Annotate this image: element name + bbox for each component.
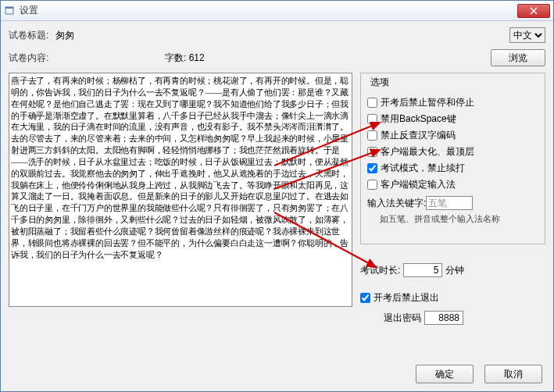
ime-keyword-label: 输入法关键字:	[367, 197, 426, 210]
options-legend: 选项	[367, 77, 392, 87]
exit-password-label: 退出密码	[384, 312, 421, 325]
ime-keyword-input[interactable]	[426, 196, 473, 210]
opt-maximize-topmost-label: 客户端最大化、最顶层	[381, 145, 474, 159]
opt-disable-hanzi-lookup[interactable]	[367, 130, 377, 141]
language-select[interactable]: 中文	[509, 27, 545, 43]
duration-unit: 分钟	[445, 264, 464, 277]
title-input[interactable]	[55, 30, 274, 41]
opt-disable-exit[interactable]	[360, 293, 370, 303]
content-label: 试卷内容:	[9, 52, 55, 65]
opt-disable-backspace-label: 禁用BackSpace键	[381, 112, 456, 126]
opt-disable-pause-label: 开考后禁止暂停和停止	[381, 96, 474, 109]
app-icon	[4, 5, 16, 17]
ok-button[interactable]: 确定	[416, 365, 474, 383]
duration-input[interactable]	[403, 263, 442, 277]
opt-maximize-topmost[interactable]	[367, 147, 377, 157]
ime-hint: 如五笔、拼音或整个输入法名称	[380, 213, 538, 225]
browse-button[interactable]: 浏览	[491, 49, 545, 66]
opt-disable-pause[interactable]	[367, 98, 377, 108]
options-fieldset: 选项 开考后禁止暂停和停止 禁用BackSpace键 禁止反查汉字编码 客户端最…	[360, 73, 545, 244]
opt-disable-backspace[interactable]	[367, 114, 377, 124]
title-label: 试卷标题:	[9, 29, 55, 42]
svg-rect-1	[5, 7, 13, 9]
opt-disable-exit-label: 开考后禁止退出	[374, 291, 439, 305]
duration-label: 考试时长:	[360, 264, 400, 277]
close-icon	[530, 7, 538, 15]
content-textarea[interactable]: 燕子去了，有再来的时候；杨柳枯了，有再青的时候；桃花谢了，有再开的时候。但是，聪…	[9, 73, 352, 307]
window-title: 设置	[20, 4, 517, 17]
opt-exam-mode-label: 考试模式，禁止续打	[381, 162, 465, 175]
opt-lock-ime[interactable]	[367, 180, 377, 190]
close-button[interactable]	[517, 4, 550, 18]
exit-password-input[interactable]	[424, 311, 463, 325]
cancel-button[interactable]: 取消	[484, 365, 542, 383]
opt-disable-hanzi-lookup-label: 禁止反查汉字编码	[381, 129, 456, 142]
opt-lock-ime-label: 客户端锁定输入法	[381, 178, 456, 191]
wordcount-label: 字数: 612	[165, 52, 205, 65]
opt-exam-mode[interactable]	[367, 163, 377, 173]
